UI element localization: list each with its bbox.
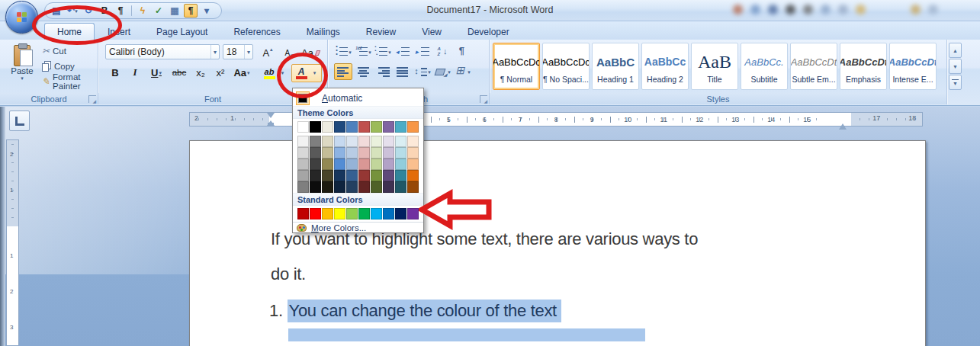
theme-color-variant-swatch[interactable] — [383, 147, 394, 159]
standard-color-swatch[interactable] — [395, 208, 406, 219]
show-formatting-button[interactable]: ▾ — [453, 43, 471, 60]
theme-color-swatch[interactable] — [371, 121, 382, 133]
theme-color-variant-swatch[interactable] — [334, 136, 345, 147]
selected-text[interactable]: You can change the colour of the text — [288, 300, 561, 322]
increase-indent-button[interactable]: ▾ — [413, 43, 432, 60]
superscript-button[interactable]: x² ▾ — [210, 64, 230, 81]
theme-color-variant-swatch[interactable] — [358, 136, 370, 147]
style-subtle-emphasis[interactable]: AaBbCcDt Subtle Em... — [790, 43, 837, 90]
standard-color-swatch[interactable] — [322, 208, 333, 219]
theme-color-variant-swatch[interactable] — [383, 170, 394, 181]
cut-button[interactable]: Cut — [40, 43, 98, 59]
theme-color-swatch[interactable] — [297, 121, 309, 133]
italic-button[interactable]: I ▾ — [125, 64, 145, 81]
theme-color-variant-swatch[interactable] — [334, 147, 345, 159]
clipboard-dialog-launcher-icon[interactable] — [88, 95, 96, 103]
theme-color-variant-swatch[interactable] — [346, 181, 358, 193]
theme-color-variant-swatch[interactable] — [358, 159, 370, 170]
borders-button[interactable]: ▾ — [453, 63, 471, 80]
standard-color-swatch[interactable] — [358, 208, 370, 219]
tab-page-layout[interactable]: Page Layout — [143, 23, 220, 40]
theme-color-variant-swatch[interactable] — [395, 159, 406, 170]
tab-review[interactable]: Review — [353, 23, 409, 40]
theme-color-variant-swatch[interactable] — [310, 147, 321, 159]
tab-stop-selector[interactable] — [9, 111, 30, 131]
align-center-button[interactable]: ▾ — [354, 63, 372, 80]
document-list-line[interactable]: 1. You can change the colour of the text — [269, 301, 561, 321]
align-right-button[interactable]: ▾ — [374, 63, 392, 80]
decrease-indent-button[interactable]: ▾ — [394, 43, 412, 60]
style-no-spacing[interactable]: AaBbCcDc ¶ No Spaci... — [542, 43, 590, 90]
standard-color-swatch[interactable] — [383, 208, 394, 219]
theme-color-variant-swatch[interactable] — [334, 170, 345, 181]
paragraph-dialog-launcher-icon[interactable] — [480, 95, 487, 103]
document-text-line[interactable]: do it. — [271, 264, 306, 284]
theme-color-variant-swatch[interactable] — [383, 181, 394, 193]
left-indent-marker[interactable] — [268, 123, 274, 125]
theme-color-variant-swatch[interactable] — [346, 147, 358, 159]
theme-color-variant-swatch[interactable] — [358, 181, 370, 193]
theme-color-variant-swatch[interactable] — [395, 147, 406, 159]
subscript-button[interactable]: x₂ ▾ — [191, 64, 210, 81]
theme-color-variant-swatch[interactable] — [310, 181, 321, 193]
standard-color-swatch[interactable] — [346, 208, 358, 219]
theme-color-variant-swatch[interactable] — [334, 181, 345, 193]
copy-button[interactable]: Copy — [40, 59, 98, 74]
theme-color-variant-swatch[interactable] — [322, 181, 333, 193]
format-painter-button[interactable]: Format Painter — [40, 74, 98, 89]
style-normal[interactable]: AaBbCcDc ¶ Normal — [493, 43, 540, 90]
theme-color-variant-swatch[interactable] — [297, 136, 309, 147]
shading-button[interactable]: ▾ — [433, 63, 451, 80]
standard-color-swatch[interactable] — [371, 208, 382, 219]
theme-color-swatch[interactable] — [346, 121, 358, 133]
theme-color-swatch[interactable] — [383, 121, 394, 133]
theme-color-variant-swatch[interactable] — [297, 159, 309, 170]
theme-color-variant-swatch[interactable] — [371, 147, 382, 159]
font-name-dropdown-icon[interactable]: ▾ — [210, 45, 219, 59]
tab-developer[interactable]: Developer — [455, 23, 522, 40]
right-indent-marker[interactable] — [839, 120, 847, 130]
font-name-combo[interactable]: Calibri (Body) ▾ — [105, 44, 220, 59]
theme-color-variant-swatch[interactable] — [310, 136, 321, 147]
font-size-combo[interactable]: 18 ▾ — [223, 44, 253, 59]
line-spacing-button[interactable]: ▾ — [413, 63, 432, 80]
theme-color-variant-swatch[interactable] — [322, 136, 333, 147]
theme-color-variant-swatch[interactable] — [395, 170, 406, 181]
indent-markers[interactable] — [267, 112, 276, 127]
styles-gallery-more-button[interactable]: ▼ — [949, 75, 962, 90]
tab-mailings[interactable]: Mailings — [294, 23, 353, 40]
theme-color-swatch[interactable] — [407, 121, 419, 133]
font-size-dropdown-icon[interactable]: ▾ — [244, 45, 252, 59]
theme-color-variant-swatch[interactable] — [346, 170, 358, 181]
theme-color-variant-swatch[interactable] — [358, 147, 370, 159]
theme-color-variant-swatch[interactable] — [383, 136, 394, 147]
theme-color-variant-swatch[interactable] — [371, 170, 382, 181]
theme-color-variant-swatch[interactable] — [395, 136, 406, 147]
align-left-button[interactable]: ▾ — [334, 63, 352, 80]
theme-color-variant-swatch[interactable] — [371, 136, 382, 147]
change-case-button[interactable]: Aa ▾ — [230, 64, 253, 81]
paste-button[interactable]: Paste ▾ — [5, 43, 40, 93]
theme-color-variant-swatch[interactable] — [358, 170, 370, 181]
theme-color-variant-swatch[interactable] — [407, 159, 419, 170]
theme-color-variant-swatch[interactable] — [395, 181, 406, 193]
styles-scroll-down-button[interactable]: ▼ — [949, 59, 962, 74]
theme-color-variant-swatch[interactable] — [322, 170, 333, 181]
style-title[interactable]: AaB Title — [691, 43, 738, 90]
theme-color-swatch[interactable] — [322, 121, 333, 133]
theme-color-variant-swatch[interactable] — [371, 159, 382, 170]
multilevel-list-button[interactable]: ▾ — [374, 43, 392, 60]
theme-color-swatch[interactable] — [395, 121, 406, 133]
bullets-button[interactable]: ▾ — [334, 43, 352, 60]
tab-references[interactable]: References — [220, 23, 293, 40]
bold-button[interactable]: B ▾ — [105, 64, 125, 81]
justify-button[interactable]: ▾ — [394, 63, 412, 80]
styles-scroll-up-button[interactable]: ▲ — [949, 43, 962, 58]
theme-color-variant-swatch[interactable] — [322, 159, 333, 170]
theme-color-variant-swatch[interactable] — [297, 147, 309, 159]
theme-color-variant-swatch[interactable] — [371, 181, 382, 193]
strikethrough-button[interactable]: abc ▾ — [168, 64, 191, 81]
theme-color-variant-swatch[interactable] — [346, 159, 358, 170]
theme-color-variant-swatch[interactable] — [297, 170, 309, 181]
theme-color-swatch[interactable] — [358, 121, 370, 133]
